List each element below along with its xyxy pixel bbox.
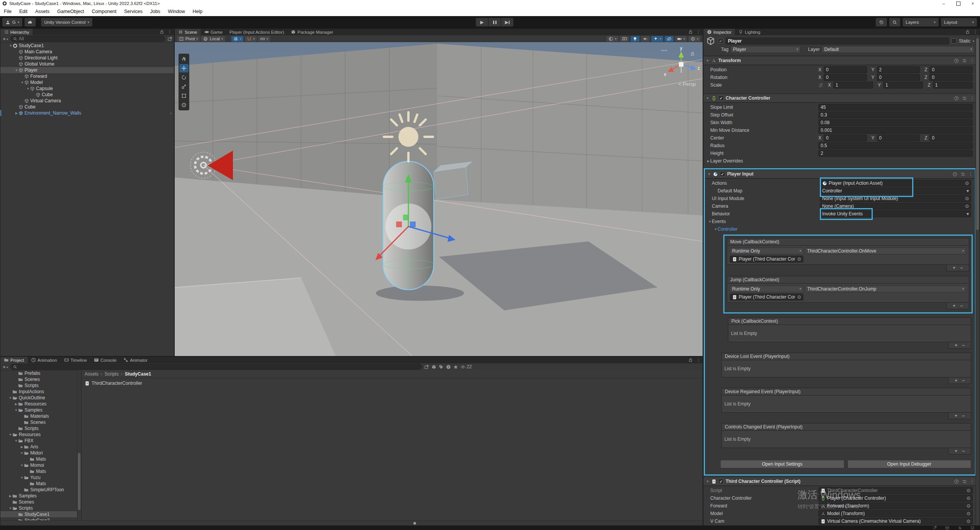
foldout-arrow-icon[interactable]: ▼ (20, 81, 24, 84)
visibility-toggle[interactable] (665, 36, 674, 42)
move-tool-button[interactable] (179, 64, 188, 72)
number-field[interactable]: 0.08 (818, 119, 973, 126)
foldout-arrow-icon[interactable]: ▶ (15, 112, 18, 115)
cloud-button[interactable] (25, 18, 36, 26)
add-event-button[interactable]: + (955, 378, 957, 383)
event-function-dropdown[interactable]: ThirdCharacterController.OnMove▾ (805, 248, 966, 254)
project-tab-2[interactable]: Timeline (61, 357, 90, 363)
panel-menu-icon[interactable]: ⋮ (696, 30, 700, 34)
event-target-field[interactable]: #Player (Third Character Cor⊙ (730, 256, 803, 263)
open-input-debugger-button[interactable]: Open Input Debugger (847, 460, 972, 468)
project-tab-0[interactable]: Project (0, 357, 28, 363)
audio-toggle[interactable] (641, 36, 650, 42)
tab-hierarchy[interactable]: Hierarchy (0, 29, 33, 35)
view-tool-button[interactable] (179, 55, 188, 63)
menu-edit[interactable]: Edit (15, 7, 31, 16)
number-field[interactable]: 0.001 (818, 127, 973, 134)
scale-tool-button[interactable] (179, 82, 188, 91)
project-folder-row[interactable]: ▼FBX (0, 438, 77, 444)
object-picker-icon[interactable]: ⊙ (963, 195, 969, 202)
panel-menu-icon[interactable]: ⋮ (973, 30, 977, 34)
maximize-button[interactable] (951, 0, 965, 7)
component-enabled-checkbox[interactable]: ✓ (718, 479, 724, 484)
tool-muted-icon[interactable] (932, 526, 937, 530)
add-event-button[interactable]: + (953, 303, 955, 308)
project-folder-row[interactable]: Scenes (0, 419, 77, 425)
project-folder-row[interactable]: ▶Samples (0, 493, 77, 499)
chevron-down-icon[interactable]: ▾ (964, 211, 969, 217)
vector-field[interactable]: 0 (877, 74, 920, 81)
project-folder-row[interactable]: ▼QuickOutline (0, 395, 77, 401)
foldout-arrow-icon[interactable]: ▼ (14, 409, 18, 412)
project-asset-item[interactable]: #ThirdCharacterController (82, 379, 703, 387)
axis-x-label[interactable]: x (664, 72, 666, 77)
object-picker-icon[interactable]: ⊙ (964, 503, 970, 509)
add-event-button[interactable]: + (955, 413, 957, 418)
component-menu-icon[interactable]: ⋮ (969, 172, 973, 177)
add-asset-button[interactable]: ＋▾ (2, 364, 8, 370)
local-dropdown[interactable]: Local▾ (201, 36, 225, 42)
hierarchy-row[interactable]: Directional Light (0, 55, 174, 61)
foldout-arrow-icon[interactable]: ▼ (26, 87, 30, 90)
remove-event-button[interactable]: − (962, 343, 965, 348)
add-event-button[interactable]: + (953, 265, 955, 271)
vector-field[interactable]: 1 (833, 82, 873, 89)
2d-toggle[interactable]: 2D (620, 36, 629, 42)
lighting-toggle[interactable] (631, 36, 639, 42)
add-gameobject-button[interactable]: ＋▾ (2, 36, 8, 42)
object-field[interactable]: None (Camera)⊙ (820, 203, 971, 210)
project-folder-row[interactable]: StudyCase1 (0, 511, 77, 517)
gizmo-lock-icon[interactable] (690, 51, 695, 56)
project-tab-1[interactable]: Animation (28, 357, 61, 363)
vector-field[interactable]: 0 (824, 135, 867, 141)
project-folder-row[interactable]: Mats (0, 456, 77, 462)
asset-store-icon[interactable] (431, 364, 436, 369)
hierarchy-row[interactable]: Global Volume (0, 61, 174, 67)
object-field[interactable]: None (Input System UI Input Module)⊙ (820, 195, 971, 202)
project-folder-row[interactable]: InputActions (0, 389, 77, 395)
hierarchy-row[interactable]: ▶Environment_Narrow_Walls› (0, 110, 174, 116)
event-target-field[interactable]: #Player (Third Character Cor⊙ (730, 294, 803, 300)
component-header[interactable]: ▼#✓Third Character Controller (Script)?⋮ (703, 477, 977, 486)
vector-field[interactable]: 1 (883, 82, 923, 89)
project-folder-row[interactable]: ▶Aris (0, 444, 77, 450)
object-field[interactable]: Forward (Transform)⊙ (818, 502, 973, 509)
object-field[interactable]: #Virtual Camera (Cinemachine Virtual Cam… (818, 518, 973, 525)
measure-button[interactable]: ▾ (258, 36, 270, 42)
project-folder-row[interactable]: Scenes (0, 499, 77, 505)
scene-tab-3[interactable]: Package Manager (287, 29, 336, 35)
panel-menu-icon[interactable]: ⋮ (696, 358, 700, 363)
project-folder-row[interactable]: Scripts (0, 425, 77, 432)
lock-icon[interactable] (159, 30, 164, 34)
axis-z-label[interactable]: z (698, 66, 700, 71)
menu-assets[interactable]: Assets (31, 7, 54, 16)
vector-field[interactable]: 2 (877, 66, 920, 73)
pivot-dropdown[interactable]: Pivot▾ (177, 36, 200, 42)
perspective-label[interactable]: < Persp (678, 81, 696, 87)
scene-tab-2[interactable]: Player (Input Actions Editor) (226, 29, 288, 35)
foldout-arrow-icon[interactable]: ▼ (20, 464, 24, 467)
foldout-arrow-icon[interactable]: ▼ (9, 44, 13, 48)
object-picker-icon[interactable]: ⊙ (963, 180, 969, 186)
object-field[interactable]: Player (Character Controller)⊙ (818, 495, 973, 502)
layout-dropdown[interactable]: Layout ▾ (941, 18, 977, 26)
foldout-arrow-icon[interactable]: ▼ (8, 433, 12, 436)
open-input-settings-button[interactable]: Open Input Settings (720, 460, 844, 468)
scene-viewport[interactable]: y x z ══ < Persp (175, 42, 703, 356)
project-folder-row[interactable]: ▶Resources (0, 401, 77, 407)
notifications-muted-icon[interactable] (958, 526, 962, 530)
foldout-arrow-icon[interactable]: ▼ (20, 451, 24, 455)
event-mode-dropdown[interactable]: Runtime Only▾ (730, 286, 803, 292)
grid-snap-button[interactable]: ▾ (231, 36, 243, 42)
hierarchy-search-input[interactable]: All (10, 36, 165, 42)
status-ok-icon[interactable] (970, 526, 975, 530)
vector-field[interactable]: 0 (824, 66, 867, 73)
object-picker-icon[interactable]: ⊙ (795, 256, 801, 262)
number-field[interactable]: 45 (818, 104, 973, 111)
object-picker-icon[interactable]: ⊙ (964, 518, 970, 524)
number-field[interactable]: 2 (818, 150, 973, 157)
minimize-button[interactable]: – (936, 0, 951, 7)
undo-history-button[interactable] (876, 18, 887, 26)
foldout-controller[interactable]: ▼Controller (705, 225, 975, 233)
menu-services[interactable]: Services (120, 7, 146, 16)
